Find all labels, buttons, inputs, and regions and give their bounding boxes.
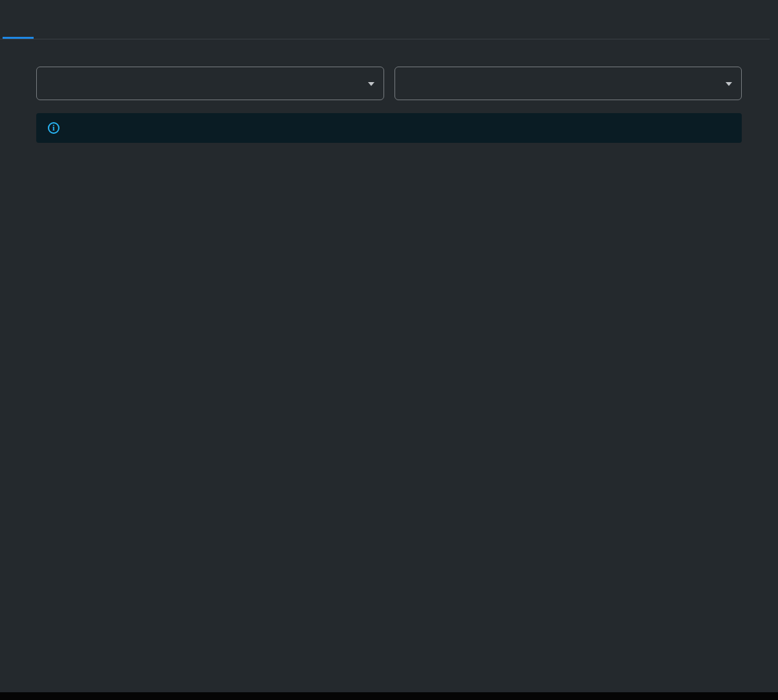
info-alert: i xyxy=(36,113,742,143)
info-icon: i xyxy=(48,122,59,134)
tabs-bar xyxy=(0,21,770,39)
module-filter-form xyxy=(36,67,742,100)
tab-all-modules[interactable] xyxy=(34,21,65,39)
chevron-down-icon xyxy=(368,82,374,86)
inventory-page: i xyxy=(0,0,778,700)
tab-best-modules[interactable] xyxy=(3,21,34,39)
bottom-bar xyxy=(0,692,778,700)
chevron-down-icon xyxy=(726,82,732,86)
ship-select[interactable] xyxy=(36,67,384,100)
stat-select[interactable] xyxy=(394,67,742,100)
